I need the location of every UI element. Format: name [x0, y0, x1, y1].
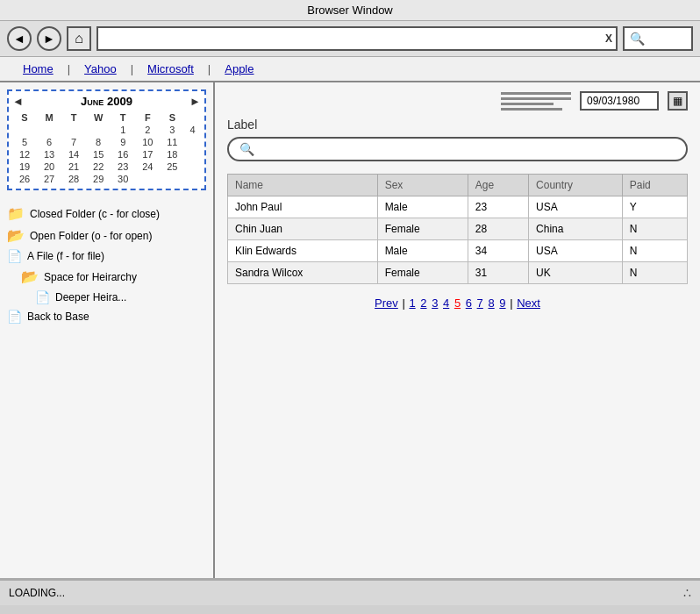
nav-yahoo[interactable]: Yahoo [70, 61, 131, 77]
table-cell: N [622, 218, 687, 240]
calendar-day[interactable]: 27 [37, 173, 61, 185]
line-bar-4 [501, 108, 562, 111]
calendar-day[interactable]: 29 [86, 173, 111, 185]
cal-day-s1: S [12, 111, 37, 124]
forward-button[interactable]: ► [37, 26, 61, 51]
file-tree: 📁 Closed Folder (c - for close) 📂 Open F… [0, 197, 213, 332]
calendar-day[interactable]: 20 [37, 161, 61, 173]
address-bar-clear[interactable]: X [605, 32, 612, 45]
cal-day-m: M [37, 111, 61, 124]
table-row[interactable]: Sandra WilcoxFemale31UKN [228, 262, 688, 284]
search-box[interactable]: 🔍 [623, 26, 693, 51]
nav-apple[interactable]: Apple [211, 61, 268, 77]
back-button[interactable]: ◄ [7, 26, 32, 51]
table-cell: Sandra Wilcox [228, 262, 378, 284]
date-input[interactable] [580, 91, 659, 111]
tree-item-back[interactable]: 📄 Back to Base [7, 307, 206, 326]
pagination-page-8[interactable]: 8 [488, 296, 494, 310]
calendar-day[interactable]: 1 [111, 124, 135, 136]
table-cell: N [622, 240, 687, 262]
pagination-prev[interactable]: Prev [375, 296, 398, 310]
calendar-day[interactable]: 16 [111, 148, 135, 161]
pagination-page-7[interactable]: 7 [477, 296, 483, 310]
table-cell: 34 [468, 240, 528, 262]
calendar-day[interactable]: 2 [135, 124, 160, 136]
tree-item-file[interactable]: 📄 A File (f - for file) [7, 246, 206, 266]
oval-search-box[interactable]: 🔍 [227, 137, 688, 161]
cal-next-button[interactable]: ► [189, 95, 201, 108]
calendar-day[interactable]: 10 [135, 136, 160, 148]
tree-item-open-folder[interactable]: 📂 Open Folder (o - for open) [7, 225, 206, 246]
open-folder-icon: 📂 [21, 268, 39, 285]
pagination-page-9[interactable]: 9 [499, 296, 505, 310]
left-panel: ◄ June 2009 ► S M T W T F S 1234567891 [0, 82, 215, 578]
pagination-page-3[interactable]: 3 [432, 296, 438, 310]
col-header-paid: Paid [622, 175, 687, 196]
col-header-country: Country [529, 175, 623, 196]
calendar-day[interactable]: 17 [135, 148, 160, 161]
oval-search-input[interactable] [260, 143, 675, 155]
pagination-next[interactable]: Next [517, 296, 540, 310]
calendar-day[interactable]: 4 [184, 124, 201, 136]
line-bar-3 [501, 103, 554, 105]
closed-folder-icon: 📁 [7, 205, 25, 222]
calendar-day[interactable]: 9 [111, 136, 135, 148]
table-cell: 31 [468, 262, 528, 284]
calendar-day[interactable]: 5 [12, 136, 37, 148]
calendar-day[interactable]: 26 [12, 173, 37, 185]
pagination-page-2[interactable]: 2 [420, 296, 426, 310]
home-button[interactable]: ⌂ [67, 26, 91, 51]
calendar-day [37, 124, 61, 136]
pagination-page-5[interactable]: 5 [454, 296, 461, 310]
table-cell: Female [377, 218, 468, 240]
calendar-day[interactable]: 18 [160, 148, 184, 161]
calendar-day[interactable]: 25 [160, 161, 184, 173]
pagination-sep-left: | [402, 296, 408, 310]
calendar-day[interactable]: 22 [86, 161, 111, 173]
browser-chrome: ◄ ► ⌂ X 🔍 [0, 21, 700, 57]
search-row: 🔍 [227, 137, 688, 161]
calendar-day[interactable]: 19 [12, 161, 37, 173]
tree-item-closed-folder[interactable]: 📁 Closed Folder (c - for close) [7, 203, 206, 225]
table-cell: Male [377, 240, 468, 262]
table-cell: Chin Juan [228, 218, 378, 240]
calendar-day[interactable]: 21 [61, 161, 86, 173]
calendar-day[interactable]: 14 [61, 148, 86, 161]
data-table: Name Sex Age Country Paid John PaulMale2… [227, 174, 688, 284]
calendar-day[interactable]: 11 [160, 136, 184, 148]
table-cell: USA [529, 196, 623, 218]
right-panel: ▦ Label 🔍 Name Sex Age Country Paid [215, 82, 700, 578]
calendar-day[interactable]: 28 [61, 173, 86, 185]
address-input[interactable] [102, 32, 605, 45]
main-layout: ◄ June 2009 ► S M T W T F S 1234567891 [0, 82, 700, 579]
nav-microsoft[interactable]: Microsoft [133, 61, 208, 77]
lines-widget [501, 92, 571, 111]
table-cell: 23 [468, 196, 528, 218]
calendar-month-year: June 2009 [81, 95, 132, 108]
calendar-day[interactable]: 30 [111, 173, 135, 185]
calendar-day[interactable]: 12 [12, 148, 37, 161]
tree-item-hierarchy[interactable]: 📂 Space for Heirarchy [7, 266, 206, 288]
nav-home[interactable]: Home [9, 61, 68, 77]
tree-item-label: Deeper Heira... [55, 291, 126, 303]
calendar-day[interactable]: 23 [111, 161, 135, 173]
calendar-day[interactable]: 3 [160, 124, 184, 136]
table-row[interactable]: John PaulMale23USAY [228, 196, 688, 218]
pagination-page-6[interactable]: 6 [466, 296, 472, 310]
table-row[interactable]: Chin JuanFemale28ChinaN [228, 218, 688, 240]
calendar-day[interactable]: 15 [86, 148, 111, 161]
table-row[interactable]: Klin EdwardsMale34USAN [228, 240, 688, 262]
pagination-page-4[interactable]: 4 [443, 296, 449, 310]
tree-item-deeper[interactable]: 📄 Deeper Heira... [7, 288, 206, 307]
calendar-icon-button[interactable]: ▦ [668, 91, 688, 111]
tree-item-label: Closed Folder (c - for close) [30, 208, 160, 220]
cal-prev-button[interactable]: ◄ [12, 95, 24, 108]
calendar-day[interactable]: 7 [61, 136, 86, 148]
file-icon: 📄 [7, 310, 22, 324]
pagination-page-1[interactable]: 1 [409, 296, 415, 310]
calendar-day[interactable]: 13 [37, 148, 61, 161]
calendar-day[interactable]: 8 [86, 136, 111, 148]
cal-day-f: F [135, 111, 160, 124]
calendar-day[interactable]: 24 [135, 161, 160, 173]
calendar-day[interactable]: 6 [37, 136, 61, 148]
